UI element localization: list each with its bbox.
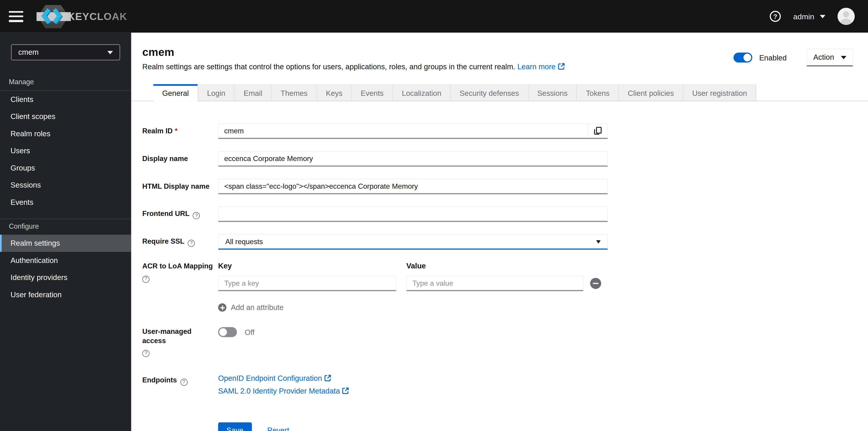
realm-selector-dropdown[interactable]: cmem — [11, 44, 120, 60]
sidebar-item-users[interactable]: Users — [0, 142, 131, 159]
help-question-icon[interactable]: ? — [142, 275, 149, 283]
frontend-url-input[interactable] — [218, 207, 608, 222]
sidebar-item-realm-roles[interactable]: Realm roles — [0, 125, 131, 143]
page-description: Realm settings are settings that control… — [142, 62, 564, 71]
page-header: cmem Realm settings are settings that co… — [131, 33, 868, 71]
sidebar-item-groups[interactable]: Groups — [0, 159, 131, 177]
tab-general[interactable]: General — [153, 84, 197, 101]
masthead: KEYCLOAK ? admin — [0, 0, 868, 33]
copy-icon — [594, 127, 601, 135]
acr-value-input[interactable] — [406, 276, 583, 291]
brand-text: KEYCLOAK — [67, 10, 127, 23]
endpoints-row: Endpoints? OpenID Endpoint Configuration… — [142, 374, 868, 396]
keycloak-hexagon-icon — [35, 2, 71, 30]
require-ssl-row: Require SSL? All requests — [142, 234, 868, 250]
realm-id-label: Realm ID* — [142, 126, 218, 136]
keycloak-admin-console: KEYCLOAK ? admin — [0, 0, 868, 431]
frontend-url-row: Frontend URL? — [142, 207, 868, 222]
tab-client-policies[interactable]: Client policies — [619, 84, 683, 101]
form-actions: Save Revert — [218, 422, 868, 431]
require-ssl-value: All requests — [225, 238, 263, 246]
tab-security-defenses[interactable]: Security defenses — [451, 84, 528, 101]
uma-label: User-managed access ? — [142, 327, 218, 358]
sidebar-item-events[interactable]: Events — [0, 194, 131, 211]
external-link-icon — [558, 63, 564, 71]
tab-localization[interactable]: Localization — [393, 84, 451, 101]
action-dropdown[interactable]: Action — [806, 49, 853, 66]
tab-email[interactable]: Email — [235, 84, 272, 101]
display-name-input[interactable] — [218, 151, 608, 166]
acr-loa-headers: Key Value — [218, 262, 617, 270]
tab-bar: General Login Email Themes Keys Events L… — [131, 84, 868, 101]
nav-section-title-manage: Manage — [0, 75, 131, 90]
html-display-name-input[interactable] — [218, 179, 608, 194]
nav-group-manage: Manage Clients Client scopes Realm roles… — [0, 75, 131, 211]
acr-loa-mapping-row — [218, 276, 617, 291]
chevron-down-icon — [596, 240, 601, 243]
tab-sessions[interactable]: Sessions — [528, 84, 577, 101]
realm-id-input[interactable] — [219, 124, 588, 138]
value-column-header: Value — [406, 262, 426, 270]
help-question-icon[interactable]: ? — [142, 350, 149, 357]
help-question-icon[interactable]: ? — [180, 378, 188, 386]
chevron-down-icon — [820, 15, 825, 18]
svg-text:?: ? — [773, 13, 777, 20]
add-attribute-button[interactable]: Add an attribute — [218, 303, 283, 312]
require-ssl-label: Require SSL? — [142, 237, 218, 247]
tab-events[interactable]: Events — [352, 84, 393, 101]
sidebar-item-client-scopes[interactable]: Client scopes — [0, 108, 131, 125]
tab-keys[interactable]: Keys — [317, 84, 352, 101]
sidebar-item-identity-providers[interactable]: Identity providers — [0, 269, 131, 286]
keycloak-logo[interactable]: KEYCLOAK — [35, 2, 127, 30]
help-question-icon[interactable]: ? — [188, 240, 195, 247]
require-ssl-select[interactable]: All requests — [218, 234, 608, 250]
username: admin — [793, 12, 814, 21]
realm-id-input-group — [218, 124, 608, 139]
learn-more-link[interactable]: Learn more — [517, 62, 564, 71]
display-name-label: Display name — [142, 154, 218, 163]
tab-themes[interactable]: Themes — [272, 84, 317, 101]
realm-id-row: Realm ID* — [142, 124, 868, 139]
save-button[interactable]: Save — [218, 422, 252, 431]
page-title: cmem — [142, 46, 564, 59]
display-name-row: Display name — [142, 151, 868, 166]
user-menu-dropdown[interactable]: admin — [793, 12, 826, 21]
sidebar-item-authentication[interactable]: Authentication — [0, 252, 131, 269]
sidebar-item-realm-settings[interactable]: Realm settings — [0, 235, 131, 252]
chevron-down-icon — [107, 51, 113, 54]
remove-attribute-button[interactable] — [590, 278, 601, 289]
avatar[interactable] — [838, 8, 855, 25]
help-question-icon[interactable]: ? — [193, 212, 200, 219]
sidebar-item-clients[interactable]: Clients — [0, 91, 131, 108]
html-display-name-row: HTML Display name — [142, 179, 868, 194]
revert-button[interactable]: Revert — [267, 426, 289, 431]
hamburger-menu-icon[interactable] — [9, 11, 23, 22]
help-icon[interactable]: ? — [769, 10, 781, 22]
tab-tokens[interactable]: Tokens — [577, 84, 619, 101]
chevron-down-icon — [841, 56, 846, 59]
main-content: cmem Realm settings are settings that co… — [131, 33, 868, 431]
key-column-header: Key — [218, 262, 406, 270]
uma-toggle[interactable] — [218, 327, 237, 337]
uma-row: User-managed access ? Off — [142, 327, 868, 358]
plus-circle-icon — [218, 303, 226, 312]
realm-selector-value: cmem — [18, 48, 39, 57]
realm-enabled-toggle[interactable] — [734, 53, 753, 63]
external-link-icon — [342, 387, 349, 396]
nav-group-configure: Configure Realm settings Authentication … — [0, 219, 131, 303]
sidebar-item-sessions[interactable]: Sessions — [0, 177, 131, 194]
uma-state-label: Off — [245, 328, 254, 336]
saml-idp-metadata-link[interactable]: SAML 2.0 Identity Provider Metadata — [218, 387, 608, 396]
acr-loa-label: ACR to LoA Mapping ? — [142, 262, 218, 283]
endpoints-label: Endpoints? — [142, 374, 218, 386]
external-link-icon — [324, 374, 331, 383]
frontend-url-label: Frontend URL? — [142, 209, 218, 219]
tab-login[interactable]: Login — [197, 84, 235, 101]
openid-endpoint-configuration-link[interactable]: OpenID Endpoint Configuration — [218, 374, 608, 383]
sidebar-item-user-federation[interactable]: User federation — [0, 286, 131, 303]
tab-user-registration[interactable]: User registration — [683, 84, 756, 101]
acr-key-input[interactable] — [218, 276, 396, 291]
sidebar: cmem Manage Clients Client scopes Realm … — [0, 33, 131, 431]
acr-loa-row: ACR to LoA Mapping ? Key Value — [142, 262, 868, 312]
copy-button[interactable] — [588, 124, 607, 138]
